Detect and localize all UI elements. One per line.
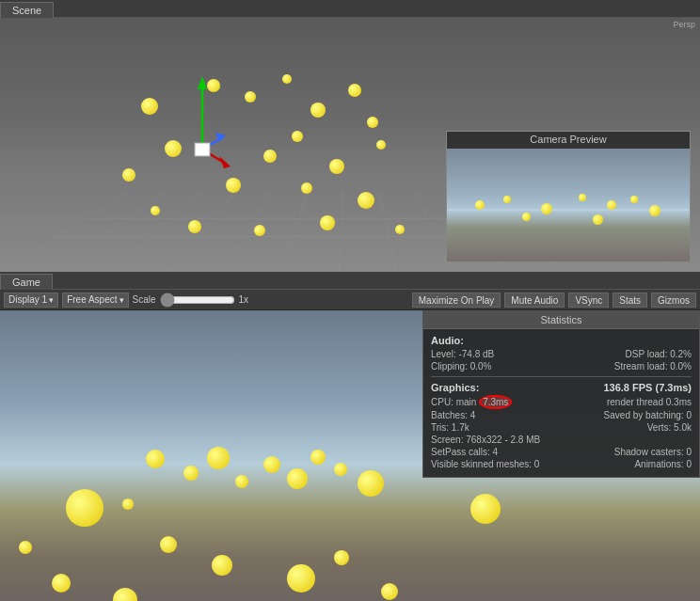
stats-row-visible: Visible skinned meshes: 0 Animations: 0	[431, 459, 692, 469]
dsp-label: DSP load: 0.2%	[562, 349, 692, 359]
scene-sphere-1	[141, 98, 158, 115]
aspect-dropdown[interactable]: Free Aspect	[62, 293, 128, 308]
stats-row-clipping: Clipping: 0.0% Stream load: 0.0%	[431, 361, 692, 372]
game-sphere-8	[310, 450, 326, 465]
game-tab[interactable]: Game	[0, 274, 53, 290]
level-label: Level: -74.8 dB	[431, 349, 562, 359]
scene-sphere-9	[263, 150, 277, 163]
anim-label: Animations: 0	[562, 459, 692, 469]
stream-label: Stream load: 0.0%	[562, 361, 692, 372]
scene-sphere-3	[245, 91, 256, 103]
scene-sphere-13	[122, 168, 135, 182]
gizmos-button[interactable]: Gizmos	[651, 293, 696, 308]
game-sphere-13	[212, 555, 232, 576]
scene-sphere-17	[151, 206, 160, 215]
cam-sphere-3	[541, 203, 552, 214]
screen-label: Screen: 768x322 - 2.8 MB	[431, 435, 692, 445]
mute-audio-button[interactable]: Mute Audio	[504, 293, 565, 308]
scene-sphere-14	[226, 178, 241, 193]
scale-value: 1x	[239, 294, 249, 305]
scene-sphere-18	[188, 220, 201, 233]
scale-slider[interactable]	[160, 294, 235, 306]
scene-sphere-10	[292, 131, 303, 142]
camera-preview-viewport	[447, 149, 690, 261]
game-sphere-9	[334, 463, 347, 476]
vsync-button[interactable]: VSync	[568, 293, 609, 308]
stats-row-cpu: CPU: main 7.3ms render thread 0.3ms	[431, 397, 692, 407]
svg-rect-6	[195, 143, 210, 156]
transform-gizmo	[174, 74, 231, 168]
game-sphere-18	[52, 574, 71, 593]
stats-row-setpass: SetPass calls: 4 Shadow casters: 0	[431, 447, 692, 457]
scene-sphere-6	[348, 84, 361, 97]
game-sphere-11	[122, 498, 134, 510]
scene-tab[interactable]: Scene	[0, 2, 54, 18]
scene-tab-bar: Scene	[0, 0, 700, 18]
camera-preview-title: Camera Preview	[447, 132, 690, 147]
tris-label: Tris: 1.7k	[431, 422, 562, 433]
scene-view: Camera Preview Persp	[0, 18, 700, 272]
scene-sphere-21	[395, 225, 405, 234]
stats-row-batches: Batches: 4 Saved by batching: 0	[431, 410, 692, 420]
cpu-highlight: 7.3ms	[479, 395, 512, 409]
cam-sphere-2	[503, 196, 511, 203]
setpass-label: SetPass calls: 4	[431, 447, 562, 457]
camera-preview: Camera Preview	[446, 131, 691, 262]
game-sphere-1	[66, 489, 103, 527]
cam-sphere-7	[649, 205, 660, 216]
stats-divider-1	[431, 376, 692, 377]
game-sphere-12	[160, 536, 177, 553]
batches-label: Batches: 4	[431, 410, 562, 420]
cam-sphere-9	[593, 214, 603, 225]
game-sphere-4	[207, 447, 230, 469]
render-label: render thread 0.3ms	[562, 397, 692, 407]
stats-row-tris: Tris: 1.7k Verts: 5.0k	[431, 422, 692, 433]
cam-sphere-8	[522, 213, 531, 221]
cam-sphere-6	[630, 196, 638, 203]
game-toolbar: Display 1 Free Aspect Scale 1x Maximize …	[0, 290, 700, 310]
shadow-label: Shadow casters: 0	[562, 447, 692, 457]
maximize-on-play-button[interactable]: Maximize On Play	[412, 293, 501, 308]
statistics-title: Statistics	[423, 311, 699, 329]
game-sphere-15	[334, 550, 349, 565]
game-sphere-14	[287, 564, 315, 593]
audio-section-title: Audio:	[431, 335, 692, 346]
scene-sphere-19	[254, 225, 265, 236]
game-sphere-3	[183, 466, 199, 481]
game-sphere-5	[235, 475, 248, 488]
scene-sphere-11	[329, 159, 344, 174]
verts-label: Verts: 5.0k	[562, 422, 692, 433]
game-view: Statistics Audio: Level: -74.8 dB DSP lo…	[0, 310, 700, 601]
game-sphere-6	[263, 456, 280, 473]
stats-button[interactable]: Stats	[612, 293, 647, 308]
scene-sphere-20	[320, 215, 335, 230]
game-tab-bg	[53, 289, 700, 290]
cam-sphere-4	[579, 194, 586, 201]
display-dropdown[interactable]: Display 1	[4, 293, 58, 308]
svg-marker-3	[219, 156, 231, 168]
scene-sphere-12	[376, 140, 386, 150]
svg-marker-1	[198, 76, 207, 89]
game-tab-row: Game	[0, 272, 700, 290]
game-sphere-16	[470, 494, 501, 524]
statistics-panel: Statistics Audio: Level: -74.8 dB DSP lo…	[422, 310, 700, 478]
game-sphere-2	[146, 450, 165, 468]
game-sphere-17	[19, 541, 32, 554]
stats-row-level: Level: -74.8 dB DSP load: 0.2%	[431, 349, 692, 359]
clipping-label: Clipping: 0.0%	[431, 361, 562, 372]
scene-sphere-4	[282, 74, 292, 84]
scene-sphere-16	[358, 192, 374, 209]
scene-sphere-5	[310, 103, 326, 118]
scale-label: Scale	[133, 294, 156, 305]
game-sphere-20	[381, 583, 398, 600]
fps-label: 136.8 FPS (7.3ms)	[603, 382, 692, 393]
visible-label: Visible skinned meshes: 0	[431, 459, 562, 469]
saved-label: Saved by batching: 0	[562, 410, 692, 420]
statistics-body: Audio: Level: -74.8 dB DSP load: 0.2% Cl…	[423, 329, 699, 477]
game-sphere-7	[287, 468, 308, 489]
scene-sphere-7	[367, 117, 378, 128]
cpu-label: CPU: main 7.3ms	[431, 397, 562, 407]
scene-persp-label: Persp	[673, 20, 695, 29]
cam-sphere-5	[607, 200, 616, 210]
graphics-section-title: Graphics:	[431, 382, 479, 393]
